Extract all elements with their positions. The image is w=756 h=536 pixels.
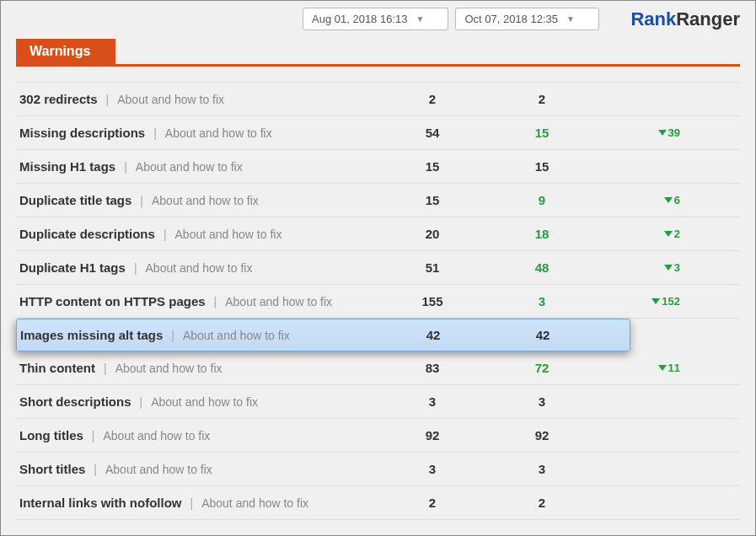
issue-cell: Missing H1 tags|About and how to fix — [19, 159, 382, 174]
value-delta: 11 — [601, 362, 685, 374]
table-row[interactable]: Short descriptions|About and how to fix3… — [16, 385, 740, 419]
table-row[interactable]: Duplicate title tags|About and how to fi… — [16, 184, 740, 217]
table-row[interactable]: Thin content|About and how to fix837211 — [16, 351, 740, 385]
issue-cell: Duplicate title tags|About and how to fi… — [19, 193, 382, 207]
separator: | — [140, 194, 143, 207]
issue-name: Duplicate H1 tags — [19, 260, 126, 275]
about-link[interactable]: About and how to fix — [175, 228, 282, 241]
tab-divider — [16, 64, 740, 67]
about-link[interactable]: About and how to fix — [115, 362, 223, 375]
issue-cell: Duplicate descriptions|About and how to … — [19, 227, 382, 241]
issue-cell: Short descriptions|About and how to fix — [19, 394, 382, 409]
issue-name: Thin content — [19, 361, 95, 375]
table-row[interactable]: Images missing alt tags|About and how to… — [16, 319, 630, 351]
about-link[interactable]: About and how to fix — [183, 329, 290, 342]
table-row[interactable]: Long titles|About and how to fix9292 — [16, 419, 740, 453]
date-select-2-label: Oct 07, 2018 12:35 — [464, 13, 558, 25]
tabs: Warnings — [16, 39, 740, 64]
issue-cell: Duplicate H1 tags|About and how to fix — [19, 260, 382, 275]
delta-value: 152 — [662, 295, 680, 308]
issue-cell: HTTP content on HTTPS pages|About and ho… — [19, 294, 382, 308]
value-prev: 15 — [382, 193, 483, 207]
about-link[interactable]: About and how to fix — [103, 429, 210, 442]
table-row[interactable]: Short titles|About and how to fix33 — [16, 453, 740, 486]
about-link[interactable]: About and how to fix — [201, 496, 308, 510]
value-prev: 3 — [382, 462, 483, 476]
table-row[interactable]: Duplicate descriptions|About and how to … — [16, 217, 740, 251]
issue-cell: Internal links with nofollow|About and h… — [19, 496, 382, 510]
about-link[interactable]: About and how to fix — [117, 93, 224, 106]
triangle-down-icon — [664, 197, 673, 203]
table-row[interactable]: Missing descriptions|About and how to fi… — [16, 116, 740, 150]
value-current: 2 — [483, 496, 601, 510]
value-prev: 54 — [382, 126, 483, 140]
about-link[interactable]: About and how to fix — [225, 295, 332, 308]
topbar: Aug 01, 2018 16:13 ▼ Oct 07, 2018 12:35 … — [1, 1, 755, 30]
date-select-1-label: Aug 01, 2018 16:13 — [312, 13, 408, 25]
issue-name: Internal links with nofollow — [19, 496, 182, 510]
separator: | — [134, 261, 137, 275]
issue-name: Duplicate title tags — [19, 193, 131, 207]
value-delta: 3 — [601, 261, 685, 274]
issue-name: Long titles — [19, 428, 83, 442]
separator: | — [104, 362, 107, 375]
issue-cell: Missing descriptions|About and how to fi… — [19, 126, 382, 140]
issue-cell: Long titles|About and how to fix — [19, 428, 382, 442]
value-current: 72 — [483, 361, 601, 375]
separator: | — [106, 93, 110, 106]
about-link[interactable]: About and how to fix — [152, 194, 259, 207]
triangle-down-icon — [664, 265, 673, 271]
value-delta: 6 — [601, 194, 685, 206]
chevron-down-icon: ▼ — [566, 14, 575, 24]
value-current: 92 — [483, 428, 601, 442]
about-link[interactable]: About and how to fix — [136, 160, 243, 174]
table-row[interactable]: Missing H1 tags|About and how to fix1515 — [16, 150, 740, 184]
about-link[interactable]: About and how to fix — [165, 126, 272, 140]
separator: | — [153, 126, 157, 140]
chevron-down-icon: ▼ — [416, 14, 425, 24]
value-current: 15 — [483, 126, 601, 140]
brand-part-2: Ranger — [676, 8, 740, 29]
value-current: 3 — [483, 394, 601, 409]
warnings-table: 302 redirects|About and how to fix22Miss… — [16, 82, 740, 520]
separator: | — [190, 496, 194, 510]
value-prev: 3 — [382, 394, 483, 409]
tab-warnings-label: Warnings — [29, 44, 90, 58]
table-row[interactable]: 302 redirects|About and how to fix22 — [16, 82, 740, 116]
value-prev: 51 — [382, 260, 483, 275]
tab-warnings[interactable]: Warnings — [16, 39, 115, 64]
date-select-2[interactable]: Oct 07, 2018 12:35 ▼ — [455, 8, 599, 30]
issue-cell: Images missing alt tags|About and how to… — [20, 328, 383, 342]
issue-name: HTTP content on HTTPS pages — [19, 294, 206, 308]
issue-name: Short descriptions — [19, 394, 131, 409]
about-link[interactable]: About and how to fix — [146, 261, 253, 275]
issue-cell: Thin content|About and how to fix — [19, 361, 382, 375]
issue-name: Missing H1 tags — [19, 159, 115, 174]
value-prev: 15 — [382, 159, 483, 174]
value-current: 3 — [483, 462, 601, 476]
table-row[interactable]: Internal links with nofollow|About and h… — [16, 486, 740, 520]
value-current: 18 — [483, 227, 601, 241]
separator: | — [164, 228, 167, 241]
separator: | — [94, 463, 97, 476]
value-prev: 83 — [382, 361, 483, 375]
issue-name: Short titles — [19, 462, 85, 476]
date-select-1[interactable]: Aug 01, 2018 16:13 ▼ — [303, 8, 448, 30]
table-row[interactable]: HTTP content on HTTPS pages|About and ho… — [16, 285, 740, 319]
value-delta: 152 — [601, 295, 685, 308]
value-prev: 2 — [382, 92, 483, 106]
issue-name: Missing descriptions — [19, 126, 145, 140]
value-current: 9 — [483, 193, 601, 207]
value-current: 42 — [484, 328, 602, 342]
table-row[interactable]: Duplicate H1 tags|About and how to fix51… — [16, 251, 740, 285]
separator: | — [140, 395, 143, 409]
brand-logo: RankRanger — [630, 8, 740, 30]
separator: | — [171, 329, 174, 342]
about-link[interactable]: About and how to fix — [151, 395, 258, 409]
value-prev: 42 — [383, 328, 484, 342]
date-range-selects: Aug 01, 2018 16:13 ▼ Oct 07, 2018 12:35 … — [303, 8, 599, 30]
brand-part-1: Rank — [630, 8, 676, 29]
issue-name: Images missing alt tags — [20, 328, 163, 342]
issue-name: 302 redirects — [19, 92, 98, 106]
about-link[interactable]: About and how to fix — [105, 463, 212, 476]
